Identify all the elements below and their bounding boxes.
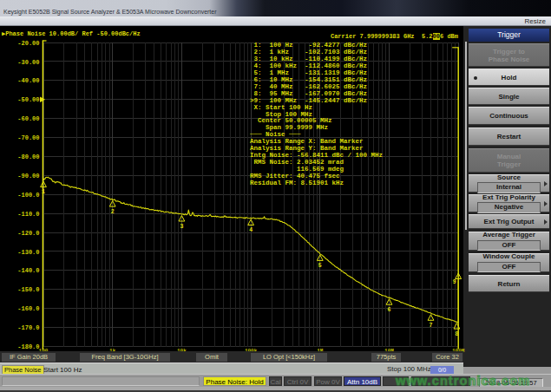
svg-text:1: 1 [42, 189, 45, 195]
svg-text:7: 7 [430, 323, 433, 329]
svg-text:-120.0: -120.0 [17, 230, 39, 237]
svg-text:-180.0: -180.0 [17, 343, 39, 350]
svg-text:-60.00: -60.00 [17, 115, 39, 122]
svg-text:-150.0: -150.0 [17, 286, 39, 293]
svg-text:9: 9 [453, 279, 456, 285]
svg-text:8: 8 [455, 331, 458, 337]
svg-text:-20.00: -20.00 [17, 40, 39, 47]
svg-text:-100.0: -100.0 [17, 192, 39, 199]
svg-text:-130.0: -130.0 [17, 249, 39, 256]
svg-text:-70.00: -70.00 [17, 134, 39, 141]
svg-text:-50.00: -50.00 [17, 96, 39, 103]
svg-text:-30.00: -30.00 [17, 59, 39, 66]
svg-text:-160.0: -160.0 [17, 305, 39, 312]
svg-text:-140.0: -140.0 [17, 267, 39, 274]
svg-text:2: 2 [111, 209, 115, 215]
svg-text:-170.0: -170.0 [17, 324, 39, 331]
svg-text:4: 4 [249, 227, 253, 233]
svg-text:-40.00: -40.00 [17, 77, 39, 84]
svg-text:-90.00: -90.00 [17, 173, 39, 180]
svg-text:5: 5 [318, 263, 322, 269]
svg-text:-110.0: -110.0 [17, 211, 39, 218]
svg-text:6: 6 [388, 307, 391, 313]
svg-text:-80.00: -80.00 [17, 154, 39, 160]
svg-text:3: 3 [180, 224, 183, 230]
